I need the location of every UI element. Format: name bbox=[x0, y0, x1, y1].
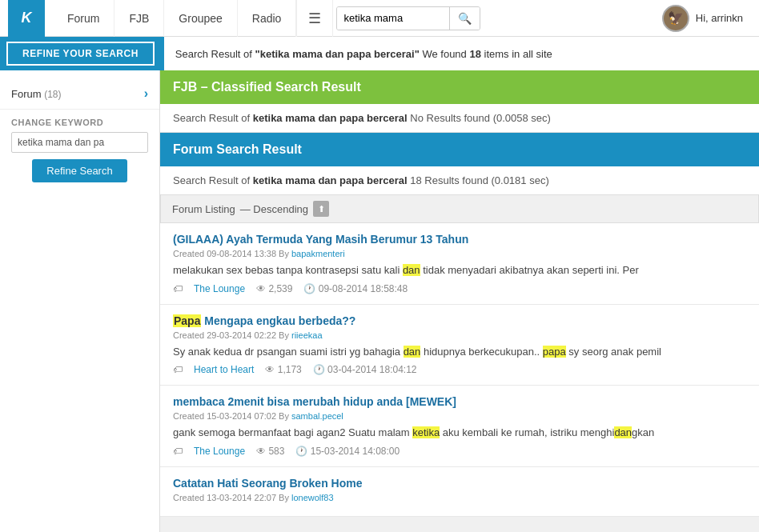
post-views-1: 👁 2,539 bbox=[256, 283, 292, 294]
result-keyword: "ketika mama dan papa bercerai" bbox=[255, 48, 420, 60]
sort-icon[interactable]: ⬆ bbox=[313, 201, 329, 217]
result-mid: We found bbox=[422, 48, 466, 60]
post-date-3: 🕐 15-03-2014 14:08:00 bbox=[295, 446, 400, 457]
search-button[interactable]: 🔍 bbox=[449, 7, 480, 30]
refine-search-button[interactable]: Refine Search bbox=[32, 159, 127, 182]
refine-search-bar-button[interactable]: REFINE YOUR SEARCH bbox=[6, 42, 155, 66]
post-excerpt-2: Sy anak kedua dr psangan suami istri yg … bbox=[173, 344, 746, 360]
result-count: 18 bbox=[469, 48, 480, 60]
nav-radio[interactable]: Radio bbox=[238, 0, 297, 37]
forum-result-info: Search Result of ketika mama dan papa be… bbox=[160, 166, 759, 195]
change-keyword-section: CHANGE KEYWORD Refine Search bbox=[0, 110, 159, 190]
search-bar: 🔍 bbox=[336, 6, 480, 30]
post-category-3[interactable]: The Lounge bbox=[194, 446, 245, 457]
hamburger-menu[interactable]: ☰ bbox=[296, 0, 333, 37]
logo[interactable]: K bbox=[8, 0, 45, 37]
logo-text: K bbox=[22, 10, 32, 26]
forum-search-header: Forum Search Result bbox=[160, 133, 759, 166]
tag-icon-1: 🏷 bbox=[173, 283, 183, 294]
search-result-bar: Search Result of "ketika mama dan papa b… bbox=[161, 37, 759, 70]
post-title-4[interactable]: Catatan Hati Seorang Broken Home bbox=[173, 477, 746, 490]
post-footer-2: 🏷 Heart to Heart 👁 1,173 🕐 03-04-2014 18… bbox=[173, 364, 746, 375]
forum-listing-label: Forum Listing bbox=[172, 203, 235, 215]
post-item-2: Papa Mengapa engkau berbeda?? Created 29… bbox=[160, 305, 759, 386]
result-suffix: items in all site bbox=[484, 48, 552, 60]
sidebar: Forum (18) › CHANGE KEYWORD Refine Searc… bbox=[0, 70, 160, 532]
post-item-4: Catatan Hati Seorang Broken Home Created… bbox=[160, 467, 759, 517]
user-area[interactable]: 🦅 Hi, arrinkn bbox=[654, 5, 751, 32]
top-navigation: K Forum FJB Groupee Radio ☰ 🔍 🦅 Hi, arri… bbox=[0, 0, 759, 37]
post-meta-4: Created 13-03-2014 22:07 By lonewolf83 bbox=[173, 493, 746, 502]
fjb-header: FJB – Classified Search Result bbox=[160, 70, 759, 104]
post-author-1[interactable]: bapakmenteri bbox=[291, 249, 345, 258]
post-title-3[interactable]: membaca 2menit bisa merubah hidup anda [… bbox=[173, 395, 746, 408]
sidebar-forum-item[interactable]: Forum (18) › bbox=[0, 78, 159, 110]
forum-listing-order: — Descending bbox=[240, 203, 308, 215]
post-title-2[interactable]: Papa Mengapa engkau berbeda?? bbox=[173, 314, 746, 327]
post-meta-3: Created 15-03-2014 07:02 By sambal.pecel bbox=[173, 411, 746, 421]
nav-groupee[interactable]: Groupee bbox=[164, 0, 237, 37]
post-views-3: 👁 583 bbox=[256, 446, 284, 457]
post-item: (GILAAA) Ayah Termuda Yang Masih Berumur… bbox=[160, 223, 759, 305]
user-greeting: Hi, arrinkn bbox=[696, 12, 743, 24]
secondary-bar: REFINE YOUR SEARCH Search Result of "ket… bbox=[0, 37, 759, 70]
post-footer-3: 🏷 The Lounge 👁 583 🕐 15-03-2014 14:08:00 bbox=[173, 446, 746, 457]
search-input[interactable] bbox=[337, 7, 449, 30]
post-meta-2: Created 29-03-2014 02:22 By riieekaa bbox=[173, 330, 746, 340]
post-category-2[interactable]: Heart to Heart bbox=[194, 364, 254, 375]
post-date-1: 🕐 09-08-2014 18:58:48 bbox=[303, 283, 408, 294]
keyword-input[interactable] bbox=[11, 132, 148, 153]
nav-fjb[interactable]: FJB bbox=[114, 0, 164, 37]
sidebar-forum-label: Forum (18) bbox=[11, 88, 62, 100]
tag-icon-2: 🏷 bbox=[173, 364, 183, 375]
forum-listing-bar: Forum Listing — Descending ⬆ bbox=[160, 195, 759, 223]
post-date-2: 🕐 03-04-2014 18:04:12 bbox=[313, 364, 417, 375]
post-meta-1: Created 09-08-2014 13:38 By bapakmenteri bbox=[173, 249, 746, 258]
post-excerpt-1: melakukan sex bebas tanpa kontrasepsi sa… bbox=[173, 262, 746, 278]
post-footer-1: 🏷 The Lounge 👁 2,539 🕐 09-08-2014 18:58:… bbox=[173, 283, 746, 294]
result-prefix: Search Result of bbox=[175, 48, 252, 60]
post-author-2[interactable]: riieekaa bbox=[291, 330, 323, 340]
post-author-3[interactable]: sambal.pecel bbox=[291, 411, 343, 421]
fjb-result-info: Search Result of ketika mama dan papa be… bbox=[160, 104, 759, 133]
sidebar-forum-arrow: › bbox=[144, 86, 148, 101]
avatar: 🦅 bbox=[662, 5, 689, 32]
post-views-2: 👁 1,173 bbox=[265, 364, 301, 375]
content-area: FJB – Classified Search Result Search Re… bbox=[160, 70, 759, 517]
nav-links: Forum FJB Groupee Radio bbox=[53, 0, 296, 37]
main-layout: Forum (18) › CHANGE KEYWORD Refine Searc… bbox=[0, 70, 759, 532]
nav-forum[interactable]: Forum bbox=[53, 0, 114, 37]
post-category-1[interactable]: The Lounge bbox=[194, 283, 245, 294]
post-excerpt-3: gank semoga bermanfaat bagi agan2 Suatu … bbox=[173, 425, 746, 441]
post-title-1[interactable]: (GILAAA) Ayah Termuda Yang Masih Berumur… bbox=[173, 233, 746, 246]
tag-icon-3: 🏷 bbox=[173, 446, 183, 457]
post-author-4[interactable]: lonewolf83 bbox=[291, 493, 334, 502]
post-item-3: membaca 2menit bisa merubah hidup anda [… bbox=[160, 386, 759, 467]
change-keyword-label: CHANGE KEYWORD bbox=[11, 118, 148, 127]
